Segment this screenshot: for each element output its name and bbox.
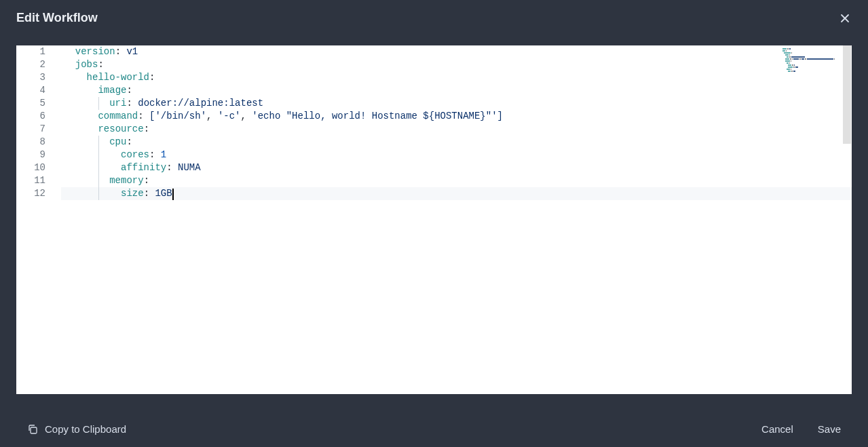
scrollbar[interactable] <box>843 45 851 144</box>
line-number: 9 <box>16 149 60 161</box>
cancel-button[interactable]: Cancel <box>761 423 793 435</box>
code-line[interactable]: jobs: <box>61 58 852 71</box>
code-line[interactable]: memory: <box>61 174 852 187</box>
line-number: 3 <box>16 71 60 84</box>
line-number: 4 <box>16 84 60 97</box>
line-number: 1 <box>16 45 60 58</box>
save-button[interactable]: Save <box>818 423 841 435</box>
modal-footer: Copy to Clipboard Cancel Save <box>0 411 868 447</box>
line-number: 8 <box>16 136 60 149</box>
code-area[interactable]: version: v1 jobs: hello-world: image: ur… <box>61 45 852 394</box>
line-number: 2 <box>16 58 60 71</box>
modal-title: Edit Workflow <box>16 11 98 25</box>
modal-header: Edit Workflow <box>0 0 868 36</box>
close-icon <box>839 13 850 24</box>
copy-label: Copy to Clipboard <box>45 423 126 435</box>
code-line[interactable]: version: v1 <box>61 45 852 58</box>
line-number-gutter: 123456789101112 <box>16 45 61 394</box>
code-line[interactable]: size: 1GB <box>61 187 852 200</box>
cursor <box>172 189 174 200</box>
copy-icon <box>27 424 38 435</box>
svg-rect-2 <box>31 427 37 433</box>
code-line[interactable]: resource: <box>61 123 852 136</box>
line-number: 10 <box>16 161 60 174</box>
code-line[interactable]: affinity: NUMA <box>61 161 852 174</box>
copy-to-clipboard-button[interactable]: Copy to Clipboard <box>27 423 126 435</box>
code-line[interactable]: image: <box>61 84 852 97</box>
line-number: 11 <box>16 174 60 187</box>
line-number: 12 <box>16 187 60 200</box>
code-line[interactable]: hello-world: <box>61 71 852 84</box>
code-line[interactable]: cpu: <box>61 136 852 149</box>
code-line[interactable]: uri: docker://alpine:latest <box>61 97 852 110</box>
line-number: 6 <box>16 110 60 123</box>
code-line[interactable]: command: ['/bin/sh', '-c', 'echo "Hello,… <box>61 110 852 123</box>
line-number: 7 <box>16 123 60 136</box>
close-button[interactable] <box>838 12 852 25</box>
line-number: 5 <box>16 97 60 110</box>
code-editor[interactable]: 123456789101112 version: v1 jobs: hello-… <box>16 45 852 394</box>
code-line[interactable]: cores: 1 <box>61 149 852 161</box>
